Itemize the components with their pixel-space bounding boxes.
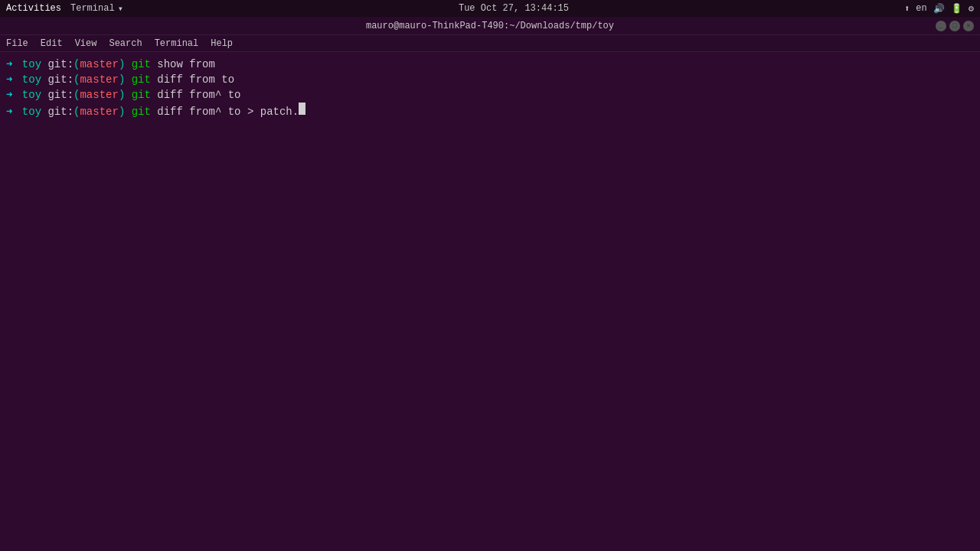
terminal-menu-arrow: ▾	[118, 3, 123, 15]
cmd-1: git	[125, 57, 151, 72]
prompt-paren-close-2: )	[119, 72, 125, 87]
menu-edit[interactable]: Edit	[41, 38, 63, 49]
system-tray: ⬆ en 🔊 🔋 ⚙	[904, 3, 974, 15]
battery-icon: 🔋	[951, 3, 962, 15]
terminal-content[interactable]: ➜ toy git:(master) git show from ➜ toy g…	[0, 52, 980, 551]
menu-file[interactable]: File	[6, 38, 28, 49]
prompt-paren-close-4: )	[119, 104, 125, 119]
menu-bar: File Edit View Search Terminal Help	[0, 35, 980, 52]
prompt-arrow-1: ➜	[6, 57, 12, 72]
cmd-2: git	[125, 72, 151, 87]
maximize-button[interactable]: □	[949, 21, 960, 31]
activities-button[interactable]: Activities	[6, 3, 61, 14]
args-2: diff from to	[151, 72, 234, 87]
prompt-paren-open-4: (	[74, 104, 80, 119]
system-bar: Activities Terminal ▾ Tue Oct 27, 13:44:…	[0, 0, 980, 17]
network-icon: ⬆	[904, 3, 910, 15]
args-1: show from	[151, 57, 215, 72]
terminal-line-2: ➜ toy git:(master) git diff from to	[6, 72, 974, 87]
args-4: diff from^ to > patch.	[151, 104, 299, 119]
system-datetime: Tue Oct 27, 13:44:15	[459, 3, 569, 14]
prompt-branch-3: master	[80, 87, 118, 103]
terminal-app-menu[interactable]: Terminal ▾	[70, 3, 123, 15]
lang-indicator: en	[916, 3, 926, 14]
system-bar-left: Activities Terminal ▾	[6, 3, 123, 15]
menu-view[interactable]: View	[75, 38, 97, 49]
prompt-arrow-4: ➜	[6, 104, 12, 119]
prompt-branch-2: master	[80, 72, 118, 87]
prompt-git-label-3: git:	[41, 87, 74, 103]
minimize-button[interactable]: _	[936, 21, 946, 31]
prompt-paren-open-2: (	[74, 72, 80, 87]
prompt-paren-close-1: )	[119, 57, 125, 72]
volume-icon: 🔊	[933, 3, 945, 15]
prompt-paren-open-3: (	[74, 87, 80, 103]
terminal-line-3: ➜ toy git:(master) git diff from^ to	[6, 87, 974, 103]
prompt-arrow-2: ➜	[6, 72, 12, 87]
prompt-dir-4: toy	[15, 104, 41, 119]
cmd-3: git	[125, 87, 151, 103]
close-button[interactable]: ✕	[963, 21, 974, 31]
prompt-dir-3: toy	[15, 87, 41, 103]
title-bar: mauro@mauro-ThinkPad-T490:~/Downloads/tm…	[0, 17, 980, 35]
terminal-line-1: ➜ toy git:(master) git show from	[6, 57, 974, 72]
terminal-cursor	[299, 103, 305, 115]
prompt-dir-2: toy	[15, 72, 41, 87]
prompt-git-label-2: git:	[41, 72, 74, 87]
prompt-dir-1: toy	[15, 57, 41, 72]
cmd-4: git	[125, 104, 151, 119]
window-controls: _ □ ✕	[936, 21, 974, 31]
prompt-git-label-1: git:	[41, 57, 74, 72]
menu-terminal[interactable]: Terminal	[155, 38, 199, 49]
prompt-git-label-4: git:	[41, 104, 74, 119]
prompt-arrow-3: ➜	[6, 87, 12, 103]
menu-help[interactable]: Help	[211, 38, 233, 49]
prompt-paren-open-1: (	[74, 57, 80, 72]
settings-icon: ⚙	[969, 3, 974, 15]
prompt-branch-1: master	[80, 57, 118, 72]
window-title: mauro@mauro-ThinkPad-T490:~/Downloads/tm…	[366, 21, 614, 31]
args-3: diff from^ to	[151, 87, 241, 103]
prompt-branch-4: master	[80, 104, 118, 119]
menu-search[interactable]: Search	[109, 38, 142, 49]
prompt-paren-close-3: )	[119, 87, 125, 103]
terminal-line-4: ➜ toy git:(master) git diff from^ to > p…	[6, 103, 974, 119]
terminal-menu-label: Terminal	[70, 3, 115, 14]
